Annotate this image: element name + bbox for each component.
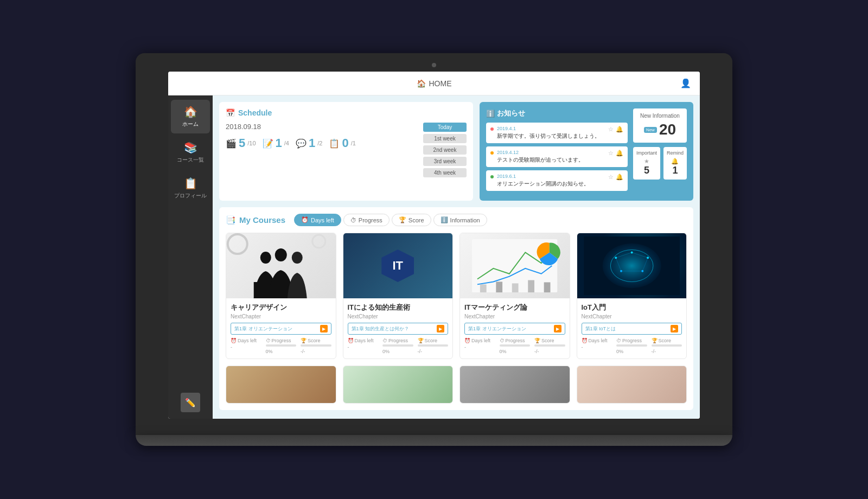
course-card-1[interactable]: キャリアデザイン NextChapter 第1章 オリエンテーション ▶ bbox=[226, 233, 336, 359]
sidebar-item-profile[interactable]: 📋 プロフィール bbox=[171, 171, 210, 205]
profile-nav-icon: 📋 bbox=[184, 177, 197, 190]
content-area: 📅 Schedule 2018.09.18 🎬 5 bbox=[213, 95, 700, 419]
clock-icon-1: ⏰ bbox=[231, 338, 237, 343]
course-grid: キャリアデザイン NextChapter 第1章 オリエンテーション ▶ bbox=[226, 233, 687, 359]
course-stats-3: ⏰Days left - ⏱Progress 0% bbox=[464, 338, 565, 354]
week-1st[interactable]: 1st week bbox=[423, 134, 467, 143]
remind-label: Remind bbox=[667, 150, 684, 156]
notice-widget: ℹ️ お知らせ 2019.4.1 新学期です。張り切って受講しましょう。 bbox=[480, 102, 693, 201]
home-icon: 🏠 bbox=[417, 79, 426, 88]
next-label-4: 第1章 IoTとは bbox=[585, 325, 616, 332]
course-info-3: ITマーケティング論 NextChapter 第1章 オリエンテーション ▶ ⏰… bbox=[460, 298, 570, 359]
course-card-2[interactable]: IT ITによる知的生産術 NextChapter 第1章 知的生産とは何か？ … bbox=[343, 233, 454, 359]
video-denom: /10 bbox=[247, 140, 256, 146]
days-val-1: - bbox=[231, 344, 261, 350]
days-label-1: ⏰ Days left bbox=[231, 338, 261, 343]
courses-title: 📑 My Courses bbox=[226, 215, 285, 225]
notice-text-3: 2019.6.1 オリエンテーション開講のお知らせ。 bbox=[497, 174, 605, 188]
sidebar: 🏠 ホーム 📚 コース一覧 📋 プロフィール ✏️ bbox=[168, 95, 213, 419]
notice-date-3: 2019.6.1 bbox=[497, 174, 605, 179]
schedule-date: 2018.09.18 bbox=[226, 123, 418, 131]
sidebar-item-courses[interactable]: 📚 コース一覧 bbox=[171, 136, 210, 169]
course-card-4[interactable]: IoT入門 NextChapter 第1章 IoTとは ▶ ⏰Days left bbox=[577, 233, 687, 359]
courses-icon: 📑 bbox=[226, 215, 236, 225]
star-icon-3[interactable]: ☆ bbox=[608, 174, 614, 181]
course-thumb-4 bbox=[577, 233, 687, 298]
bell-icon-2[interactable]: 🔔 bbox=[616, 150, 623, 157]
important-count: 5 bbox=[636, 165, 657, 176]
course-card-7[interactable] bbox=[459, 366, 570, 404]
course-card-5[interactable] bbox=[226, 366, 336, 404]
score-icon-3: 🏆 bbox=[534, 338, 540, 343]
course-card-3[interactable]: ITマーケティング論 NextChapter 第1章 オリエンテーション ▶ ⏰… bbox=[459, 233, 570, 359]
prog-icon-4: ⏱ bbox=[616, 338, 621, 343]
days-col-1: ⏰ Days left - bbox=[231, 338, 261, 354]
notice-body-3: オリエンテーション開講のお知らせ。 bbox=[497, 180, 605, 188]
svg-point-8 bbox=[292, 252, 303, 264]
course-title-2: ITによる知的生産術 bbox=[348, 303, 449, 312]
course-card-8[interactable] bbox=[577, 366, 687, 404]
it-badge: IT bbox=[381, 233, 414, 298]
notice-item-1[interactable]: 2019.4.1 新学期です。張り切って受講しましょう。 ☆ 🔔 bbox=[486, 123, 628, 143]
course-thumb-1 bbox=[226, 233, 336, 298]
screen-bezel: 🏠 HOME 👤 🏠 ホーム 📚 コース一覧 bbox=[136, 53, 732, 435]
schedule-weeks: Today 1st week 2nd week 3rd week 4th wee… bbox=[423, 123, 467, 177]
schedule-stats: 🎬 5 /10 📝 1 /4 bbox=[226, 136, 418, 150]
new-info-count: New 20 bbox=[637, 121, 682, 138]
tab-info-label: Information bbox=[450, 217, 480, 223]
sidebar-courses-label: コース一覧 bbox=[177, 156, 204, 164]
stat-chat: 💬 1 /2 bbox=[296, 136, 322, 150]
svg-point-5 bbox=[275, 248, 287, 261]
svg-point-17 bbox=[602, 244, 661, 288]
clock-icon-2: ⏰ bbox=[348, 338, 354, 343]
bell-icon-1[interactable]: 🔔 bbox=[616, 126, 623, 133]
notice-dot-3 bbox=[490, 175, 494, 178]
days-col-2: ⏰Days left - bbox=[348, 338, 379, 354]
week-today[interactable]: Today bbox=[423, 123, 467, 132]
tab-information[interactable]: ℹ️ Information bbox=[433, 214, 487, 226]
notice-item-3[interactable]: 2019.6.1 オリエンテーション開講のお知らせ。 ☆ 🔔 bbox=[486, 170, 628, 191]
prog-icon-2: ⏱ bbox=[382, 338, 387, 343]
notice-body-1: 新学期です。張り切って受講しましょう。 bbox=[497, 132, 605, 140]
new-info-label: New Information bbox=[637, 113, 682, 119]
progress-col-2: ⏱Progress 0% bbox=[382, 338, 413, 354]
next-label-3: 第1章 オリエンテーション bbox=[468, 325, 526, 332]
star-icon-1[interactable]: ☆ bbox=[608, 126, 614, 133]
important-icon: ★ bbox=[636, 158, 657, 165]
chat-icon: 💬 bbox=[296, 138, 307, 149]
score-icon-4: 🏆 bbox=[652, 338, 658, 343]
progress-label-1: ⏱ Progress bbox=[266, 338, 297, 343]
tab-score[interactable]: 🏆 Score bbox=[392, 214, 431, 226]
notice-right: New Information New 20 Important bbox=[633, 108, 687, 194]
week-4th[interactable]: 4th week bbox=[423, 168, 467, 177]
progress-icon-1: ⏱ bbox=[266, 338, 271, 343]
sidebar-item-home[interactable]: 🏠 ホーム bbox=[171, 100, 210, 133]
notice-date-1: 2019.4.1 bbox=[497, 126, 605, 131]
bell-icon-3[interactable]: 🔔 bbox=[616, 174, 623, 181]
video-count: 5 bbox=[239, 136, 245, 150]
next-btn-1[interactable]: 第1章 オリエンテーション ▶ bbox=[231, 323, 331, 335]
week-3rd[interactable]: 3rd week bbox=[423, 157, 467, 166]
star-icon-2[interactable]: ☆ bbox=[608, 150, 614, 157]
svg-rect-10 bbox=[480, 284, 487, 292]
home-nav-icon: 🏠 bbox=[184, 105, 197, 118]
next-btn-2[interactable]: 第1章 知的生産とは何か？ ▶ bbox=[348, 323, 449, 335]
new-badge: New bbox=[644, 127, 657, 133]
top-bar: 🏠 HOME 👤 bbox=[168, 72, 700, 95]
user-icon[interactable]: 👤 bbox=[680, 78, 691, 88]
tab-progress[interactable]: ⏱ Progress bbox=[343, 214, 390, 226]
schedule-header: 📅 Schedule bbox=[226, 108, 467, 117]
notice-item-2[interactable]: 2019.4.12 テストの受験期限が迫っています。 ☆ 🔔 bbox=[486, 146, 628, 167]
course-card-6[interactable] bbox=[343, 366, 454, 404]
week-2nd[interactable]: 2nd week bbox=[423, 145, 467, 155]
clock-icon-4: ⏰ bbox=[582, 338, 588, 343]
it-hex: IT bbox=[381, 250, 414, 282]
next-btn-3[interactable]: 第1章 オリエンテーション ▶ bbox=[464, 323, 565, 335]
pencil-button[interactable]: ✏️ bbox=[181, 393, 200, 412]
score-bar-bg-1 bbox=[301, 344, 331, 347]
sub-info-row: Important ★ 5 Remind 🔔 1 bbox=[633, 147, 687, 180]
title-text: HOME bbox=[429, 79, 452, 88]
tab-days-left[interactable]: ⏰ Days left bbox=[294, 214, 341, 226]
next-btn-4[interactable]: 第1章 IoTとは ▶ bbox=[582, 323, 682, 335]
remind-box: Remind 🔔 1 bbox=[663, 147, 687, 180]
